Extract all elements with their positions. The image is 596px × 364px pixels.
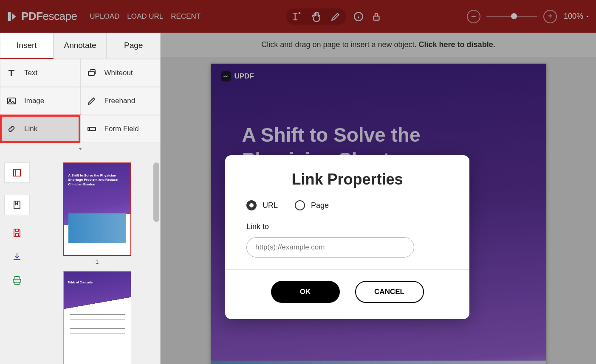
- page-brand: 〰 UPDF: [221, 71, 254, 81]
- link-properties-dialog: Link Properties URL Page Link to OK CANC…: [225, 155, 469, 319]
- left-panel: Insert Annotate Page Text Whiteout Image…: [0, 33, 161, 364]
- zoom-dropdown[interactable]: 100%: [564, 12, 590, 21]
- side-icons: [0, 157, 34, 364]
- app-header: PDFescape UPLOAD LOAD URL RECENT − + 100…: [0, 0, 596, 33]
- print-button[interactable]: [11, 274, 23, 286]
- info-bar-text: Click and drag on page to insert a new o…: [261, 40, 418, 49]
- header-right: − + 100%: [467, 10, 590, 23]
- svg-rect-5: [88, 127, 96, 131]
- text-icon: [6, 68, 17, 78]
- zoom-thumb[interactable]: [511, 13, 517, 19]
- tool-image[interactable]: Image: [0, 87, 80, 115]
- ok-button[interactable]: OK: [271, 281, 340, 303]
- tool-whiteout-label: Whiteout: [105, 69, 133, 77]
- dialog-title: Link Properties: [225, 155, 469, 200]
- radio-url-label: URL: [263, 201, 278, 210]
- info-bar: Click and drag on page to insert a new o…: [161, 33, 596, 57]
- zoom-out-button[interactable]: −: [467, 10, 480, 23]
- page-photo: [211, 361, 546, 364]
- tool-form-field-label: Form Field: [105, 125, 139, 133]
- thumb-2-toc: Table of Contents: [68, 281, 93, 284]
- tool-link[interactable]: Link: [0, 115, 80, 143]
- link-type-radio-group: URL Page: [246, 200, 448, 210]
- chevron-down-icon: [77, 146, 84, 152]
- tool-text[interactable]: Text: [0, 59, 80, 87]
- page-brand-text: UPDF: [234, 72, 254, 81]
- lock-icon[interactable]: [371, 11, 382, 22]
- zoom-slider[interactable]: [486, 16, 537, 17]
- thumbnails-scrollbar[interactable]: [153, 162, 159, 222]
- insert-tools: Text Whiteout Image Freehand Link Form F…: [0, 59, 160, 157]
- dialog-body: URL Page Link to: [225, 200, 469, 269]
- image-icon: [6, 96, 17, 106]
- dialog-footer: OK CANCEL: [225, 269, 469, 319]
- radio-page-circle: [295, 200, 305, 210]
- expand-tools[interactable]: [0, 143, 160, 157]
- thumb-1-number: 1: [63, 258, 131, 265]
- tool-link-label: Link: [24, 125, 37, 133]
- hand-icon[interactable]: [311, 11, 322, 22]
- whiteout-icon: [87, 68, 97, 78]
- form-field-icon: [87, 124, 97, 134]
- mode-tool-group: [286, 8, 346, 25]
- bookmarks-button[interactable]: [4, 195, 30, 215]
- radio-page[interactable]: Page: [295, 200, 329, 210]
- svg-rect-1: [373, 16, 379, 20]
- zoom-in-button[interactable]: +: [543, 10, 557, 23]
- radio-url-circle: [246, 200, 257, 210]
- tool-freehand[interactable]: Freehand: [80, 87, 161, 115]
- thumb-2[interactable]: Table of Contents: [63, 271, 131, 364]
- recent-link[interactable]: RECENT: [171, 12, 201, 21]
- tab-annotate[interactable]: Annotate: [54, 33, 107, 59]
- zoom-controls: − +: [467, 10, 557, 23]
- thumbnails-view-button[interactable]: [4, 162, 30, 183]
- info-bar-action[interactable]: Click here to disable.: [419, 40, 495, 49]
- tool-image-label: Image: [24, 97, 44, 105]
- download-button[interactable]: [11, 251, 23, 263]
- link-to-label: Link to: [246, 222, 448, 231]
- header-tools: [286, 8, 382, 25]
- tab-insert[interactable]: Insert: [0, 33, 54, 59]
- logo-text: PDFescape: [21, 10, 77, 23]
- text-cursor-icon[interactable]: [291, 11, 302, 22]
- thumb-1-title: A Shift to Solve the Physician Shortage …: [68, 174, 126, 187]
- header-links: UPLOAD LOAD URL RECENT: [90, 12, 201, 21]
- thumbnails: A Shift to Solve the Physician Shortage …: [34, 157, 160, 364]
- svg-rect-2: [88, 71, 94, 76]
- upload-link[interactable]: UPLOAD: [90, 12, 119, 21]
- freehand-icon: [87, 96, 97, 106]
- url-input[interactable]: [246, 237, 414, 258]
- panel-tabs: Insert Annotate Page: [0, 33, 160, 59]
- svg-rect-6: [14, 169, 20, 176]
- logo-icon: [6, 11, 18, 22]
- load-url-link[interactable]: LOAD URL: [127, 12, 163, 21]
- tab-page[interactable]: Page: [107, 33, 160, 59]
- edit-pen-icon[interactable]: [330, 11, 341, 22]
- cancel-button[interactable]: CANCEL: [355, 281, 424, 303]
- radio-page-label: Page: [311, 201, 329, 210]
- tool-text-label: Text: [24, 69, 37, 77]
- thumb-1[interactable]: A Shift to Solve the Physician Shortage …: [63, 162, 131, 265]
- info-icon[interactable]: [353, 11, 364, 22]
- logo[interactable]: PDFescape: [6, 10, 77, 23]
- tool-whiteout[interactable]: Whiteout: [80, 59, 161, 87]
- updf-logo-icon: 〰: [221, 71, 231, 81]
- tool-freehand-label: Freehand: [105, 97, 136, 105]
- tool-form-field[interactable]: Form Field: [80, 115, 161, 143]
- save-button[interactable]: [11, 227, 23, 239]
- lower-panel: A Shift to Solve the Physician Shortage …: [0, 157, 160, 364]
- link-icon: [6, 124, 17, 134]
- radio-url[interactable]: URL: [246, 200, 278, 210]
